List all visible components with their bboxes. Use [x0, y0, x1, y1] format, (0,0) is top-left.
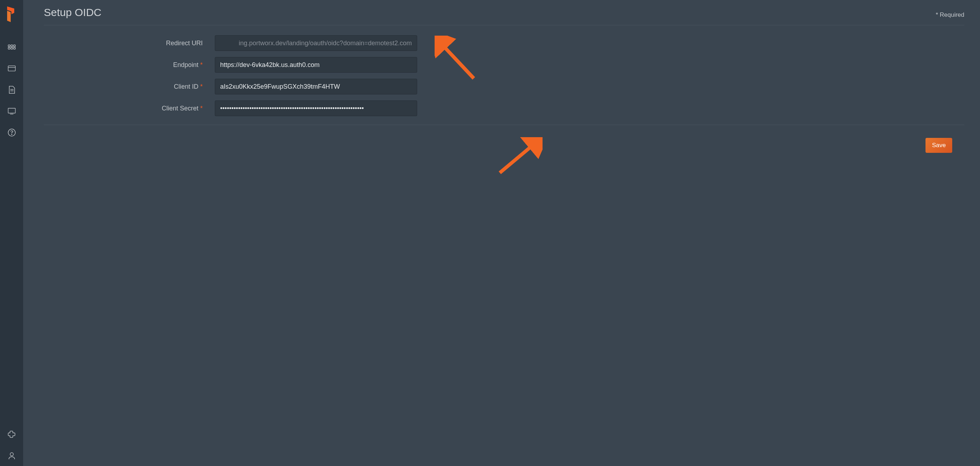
client-id-row: Client ID * [44, 79, 964, 94]
endpoint-label: Endpoint * [44, 61, 215, 69]
plugin-icon[interactable] [8, 430, 16, 438]
client-id-label: Client ID * [44, 83, 215, 91]
help-icon[interactable] [8, 129, 16, 137]
nav-icons-top [8, 43, 16, 137]
svg-rect-5 [14, 48, 15, 49]
svg-rect-6 [8, 66, 15, 71]
monitor-icon[interactable] [8, 107, 16, 115]
main-content: Setup OIDC * Required Redirect URI Endpo… [23, 0, 980, 466]
page-header: Setup OIDC * Required [44, 6, 964, 25]
client-secret-row: Client Secret * [44, 100, 964, 116]
client-id-input[interactable] [215, 79, 417, 94]
sidebar [0, 0, 23, 466]
redirect-uri-row: Redirect URI [44, 35, 964, 51]
save-button[interactable]: Save [926, 138, 952, 153]
required-note: * Required [936, 11, 964, 19]
svg-point-13 [11, 134, 12, 135]
required-asterisk: * [200, 61, 203, 68]
user-icon[interactable] [8, 452, 16, 460]
svg-rect-0 [8, 45, 10, 47]
svg-rect-4 [11, 48, 13, 49]
nav-icons-bottom [8, 430, 16, 460]
button-row: Save [44, 125, 964, 153]
billing-icon[interactable] [8, 65, 16, 72]
svg-point-14 [10, 453, 13, 456]
oidc-form: Redirect URI Endpoint * Client ID * Clie… [44, 25, 964, 125]
redirect-uri-input[interactable] [215, 35, 417, 51]
required-asterisk: * [200, 83, 203, 90]
client-secret-input[interactable] [215, 100, 417, 116]
required-asterisk: * [200, 105, 203, 112]
svg-rect-1 [11, 45, 13, 47]
redirect-uri-label: Redirect URI [44, 40, 215, 47]
endpoint-row: Endpoint * [44, 57, 964, 73]
svg-rect-2 [14, 45, 15, 47]
endpoint-input[interactable] [215, 57, 417, 73]
document-icon[interactable] [8, 86, 16, 94]
dashboard-icon[interactable] [8, 43, 16, 51]
logo [7, 6, 16, 24]
svg-rect-10 [8, 108, 15, 113]
page-title: Setup OIDC [44, 6, 102, 19]
client-secret-label: Client Secret * [44, 105, 215, 112]
svg-rect-3 [8, 48, 10, 49]
